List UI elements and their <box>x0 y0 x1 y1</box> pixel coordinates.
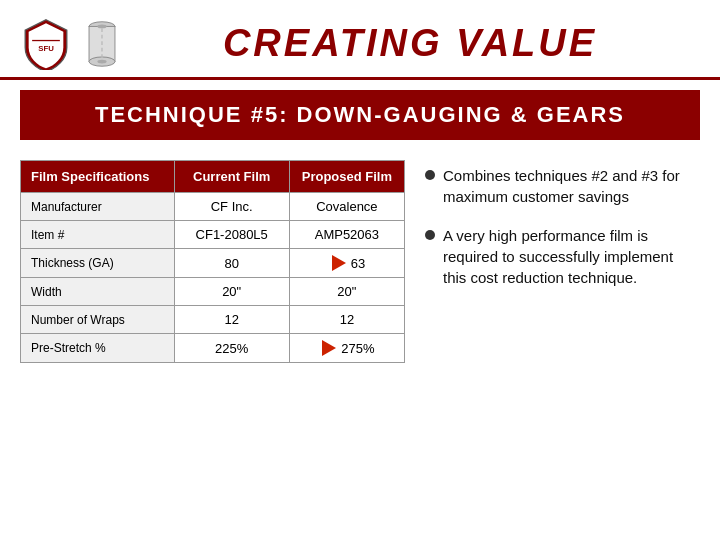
table-row: Item #CF1-2080L5AMP52063 <box>21 221 405 249</box>
row-label: Thickness (GA) <box>21 249 175 278</box>
row-label: Item # <box>21 221 175 249</box>
svg-text:SFU: SFU <box>38 43 54 52</box>
table-row: Thickness (GA)8063 <box>21 249 405 278</box>
svg-point-5 <box>97 24 106 28</box>
row-current-value: 12 <box>174 306 289 334</box>
header: SFU CREATING VALUE <box>0 0 720 80</box>
bullet-dot-icon <box>425 170 435 180</box>
shield-logo-icon: SFU <box>20 18 72 70</box>
row-proposed-value: Covalence <box>289 193 404 221</box>
proposed-value-text: 63 <box>351 256 365 271</box>
row-label: Width <box>21 278 175 306</box>
row-current-value: CF1-2080L5 <box>174 221 289 249</box>
bullet-text: Combines techniques #2 and #3 for maximu… <box>443 165 700 207</box>
row-current-value: CF Inc. <box>174 193 289 221</box>
row-proposed-value: 275% <box>289 334 404 363</box>
main-content: Film Specifications Current Film Propose… <box>0 150 720 373</box>
bullets-area: Combines techniques #2 and #3 for maximu… <box>425 160 700 363</box>
bullet-item: A very high performance film is required… <box>425 225 700 288</box>
proposed-value-text: 275% <box>341 341 374 356</box>
arrow-icon <box>322 340 336 356</box>
row-current-value: 225% <box>174 334 289 363</box>
bullet-dot-icon <box>425 230 435 240</box>
row-label: Number of Wraps <box>21 306 175 334</box>
row-proposed-value: 63 <box>289 249 404 278</box>
table-row: Pre-Stretch %225%275% <box>21 334 405 363</box>
page-title: CREATING VALUE <box>120 22 700 65</box>
row-proposed-value: 20" <box>289 278 404 306</box>
film-specs-table: Film Specifications Current Film Propose… <box>20 160 405 363</box>
table-row: Number of Wraps1212 <box>21 306 405 334</box>
row-proposed-value: 12 <box>289 306 404 334</box>
bullet-text: A very high performance film is required… <box>443 225 700 288</box>
col-header-current: Current Film <box>174 161 289 193</box>
col-header-proposed: Proposed Film <box>289 161 404 193</box>
film-roll-icon <box>84 19 120 69</box>
col-header-spec: Film Specifications <box>21 161 175 193</box>
row-current-value: 20" <box>174 278 289 306</box>
technique-banner: TECHNIQUE #5: DOWN-GAUGING & GEARS <box>20 90 700 140</box>
logo-area: SFU <box>20 18 120 70</box>
arrow-icon <box>332 255 346 271</box>
table-row: ManufacturerCF Inc.Covalence <box>21 193 405 221</box>
film-specs-table-area: Film Specifications Current Film Propose… <box>20 160 405 363</box>
bullet-item: Combines techniques #2 and #3 for maximu… <box>425 165 700 207</box>
row-current-value: 80 <box>174 249 289 278</box>
row-proposed-value: AMP52063 <box>289 221 404 249</box>
row-label: Manufacturer <box>21 193 175 221</box>
table-row: Width20"20" <box>21 278 405 306</box>
svg-point-6 <box>97 59 106 63</box>
row-label: Pre-Stretch % <box>21 334 175 363</box>
